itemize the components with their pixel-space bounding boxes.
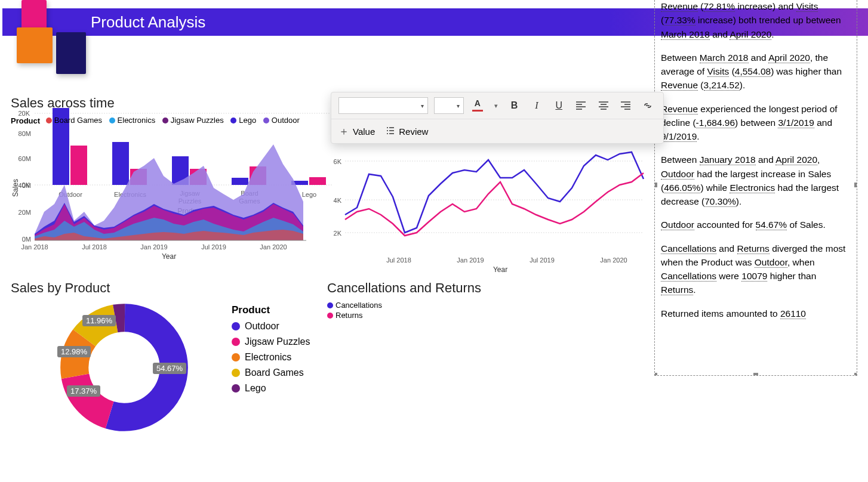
resize-handle[interactable] xyxy=(854,373,857,376)
font-color-button[interactable] xyxy=(470,97,486,114)
donut-label-electronics: 12.98% xyxy=(57,346,91,357)
resize-handle[interactable] xyxy=(654,183,657,187)
svg-text:0M: 0M xyxy=(22,236,31,243)
plus-icon: ＋ xyxy=(338,124,349,138)
chevron-down-icon: ▾ xyxy=(457,103,460,109)
svg-text:80M: 80M xyxy=(19,130,31,137)
svg-text:Jan 2020: Jan 2020 xyxy=(600,257,627,264)
svg-text:6K: 6K xyxy=(334,158,342,165)
align-center-button[interactable] xyxy=(595,97,611,114)
underline-button[interactable]: U xyxy=(551,97,567,114)
resize-handle[interactable] xyxy=(654,373,657,376)
svg-text:2K: 2K xyxy=(334,230,342,237)
svg-text:20M: 20M xyxy=(19,209,31,216)
svg-text:Jul 2018: Jul 2018 xyxy=(82,243,107,251)
svg-text:Jul 2019: Jul 2019 xyxy=(201,243,226,251)
revenue-visits-chart[interactable]: ▾ ▾ ▾ B I U ＋ Value Review xyxy=(327,95,650,274)
bar-legend: Cancellations xyxy=(327,301,661,310)
list-icon xyxy=(386,126,395,137)
svg-text:Jan 2019: Jan 2019 xyxy=(140,243,167,251)
link-button[interactable] xyxy=(640,97,656,114)
italic-button[interactable]: I xyxy=(528,97,544,114)
bold-button[interactable]: B xyxy=(506,97,522,114)
donut-label-jigsaw: 17.37% xyxy=(67,385,100,397)
insert-value-button[interactable]: ＋ Value xyxy=(338,124,375,138)
logo-block xyxy=(17,27,53,63)
svg-text:60M: 60M xyxy=(19,155,31,162)
sales-by-product-chart[interactable]: Sales by Product 54.67% 17.37% 12.98% 11… xyxy=(11,280,321,459)
area-chart-svg: 0M 20M 40M 60M 80M Sales Jan 2018 Jul 20… xyxy=(11,125,315,262)
svg-text:40M: 40M xyxy=(19,182,31,189)
font-color-icon xyxy=(472,100,484,112)
chevron-down-icon: ▾ xyxy=(421,103,424,109)
cancellations-returns-chart[interactable]: Cancellations and Returns Cancellations … xyxy=(327,280,661,459)
donut-label-outdoor: 54.67% xyxy=(153,363,186,374)
logo-block xyxy=(56,32,86,74)
review-button[interactable]: Review xyxy=(386,126,428,137)
chart-title: Sales across time xyxy=(11,95,315,111)
chart-title: Cancellations and Returns xyxy=(327,280,661,296)
donut-label-boardgames: 11.96% xyxy=(82,315,116,326)
sales-across-time-chart[interactable]: Sales across time Product Board Games El… xyxy=(11,95,315,274)
area-legend: Product Board Games Electronics Jigsaw P… xyxy=(11,116,315,125)
font-size-select[interactable]: ▾ xyxy=(434,97,464,114)
page-title: Product Analysis xyxy=(91,13,205,32)
donut-legend: Product Outdoor Jigsaw Puzzles Electroni… xyxy=(232,304,310,398)
resize-handle[interactable] xyxy=(854,183,857,187)
smart-narrative-textbox[interactable]: ⋯ Revenue (72.81% increase) and Visits (… xyxy=(654,0,857,376)
svg-text:Year: Year xyxy=(493,265,507,274)
svg-text:Jul 2018: Jul 2018 xyxy=(386,257,411,264)
svg-text:Jan 2019: Jan 2019 xyxy=(457,257,484,264)
chevron-down-icon[interactable]: ▾ xyxy=(492,97,500,114)
logo xyxy=(8,0,85,76)
svg-text:Jan 2020: Jan 2020 xyxy=(260,243,287,251)
svg-text:Sales: Sales xyxy=(11,178,20,196)
svg-text:Jul 2019: Jul 2019 xyxy=(530,257,555,264)
align-left-button[interactable] xyxy=(573,97,589,114)
align-right-button[interactable] xyxy=(617,97,633,114)
svg-text:4K: 4K xyxy=(334,197,342,204)
font-family-select[interactable]: ▾ xyxy=(338,97,428,114)
svg-text:Year: Year xyxy=(162,252,176,261)
svg-text:Jan 2018: Jan 2018 xyxy=(21,243,48,251)
resize-handle[interactable] xyxy=(753,373,758,376)
text-format-toolbar: ▾ ▾ ▾ B I U ＋ Value Review xyxy=(331,92,664,144)
chart-title: Sales by Product xyxy=(11,280,321,296)
